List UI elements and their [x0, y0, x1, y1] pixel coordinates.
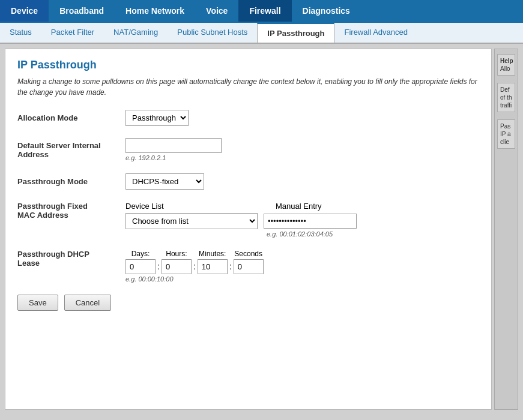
page-layout: IP Passthrough Making a change to some p… — [0, 44, 523, 415]
minutes-seconds-separator: : — [228, 253, 234, 271]
mac-inputs: Choose from list — [125, 213, 479, 229]
days-hours-separator: : — [156, 253, 162, 271]
days-label: Days: — [132, 250, 150, 258]
nav-home-network[interactable]: Home Network — [115, 0, 195, 22]
subnav-ip-passthrough[interactable]: IP Passthrough — [257, 23, 334, 43]
allocation-mode-wrap: Passthrough Not Routed Route — [125, 110, 479, 126]
save-button[interactable]: Save — [17, 295, 58, 311]
sidebar-ip-text: IP a — [500, 130, 512, 138]
sidebar-of-text: of th — [500, 94, 512, 101]
minutes-input[interactable] — [198, 259, 228, 274]
default-server-hint: e.g. 192.0.2.1 — [125, 154, 479, 161]
sidebar-cli-text: clie — [500, 138, 512, 146]
days-unit: Days: — [125, 250, 156, 274]
lease-hint: e.g. 00:00:10:00 — [125, 275, 174, 283]
seconds-unit: Seconds — [234, 250, 264, 274]
sidebar-help-block-3: Pas IP a clie — [497, 119, 515, 149]
subnav-packet-filter[interactable]: Packet Filter — [41, 23, 104, 43]
default-server-label: Default Server Internal Address — [17, 141, 125, 159]
mac-headers: Device List Manual Entry — [125, 202, 479, 211]
nav-device[interactable]: Device — [0, 0, 49, 22]
passthrough-mode-row: Passthrough Mode DHCPS-fixed DHCPS-dynam… — [17, 173, 479, 190]
right-sidebar: Help Allo Def of th traffi Pas IP a clie — [494, 49, 518, 410]
page-description: Making a change to some pulldowns on thi… — [17, 76, 479, 98]
passthrough-mac-label: Passthrough Fixed MAC Address — [17, 202, 125, 220]
minutes-label: Minutes: — [199, 250, 226, 258]
allocation-mode-select[interactable]: Passthrough Not Routed Route — [125, 110, 189, 126]
mac-hint: e.g. 00:01:02:03:04:05 — [267, 230, 479, 238]
default-server-wrap: e.g. 192.0.2.1 — [125, 138, 479, 161]
sidebar-help-title: Help — [500, 57, 512, 65]
device-list-select[interactable]: Choose from list — [125, 213, 258, 229]
sub-nav: Status Packet Filter NAT/Gaming Public S… — [0, 23, 523, 44]
dhcp-lease-row: Passthrough DHCP Lease Days: : Hours: : — [17, 250, 479, 283]
passthrough-mode-wrap: DHCPS-fixed DHCPS-dynamic Off — [125, 173, 479, 190]
default-server-input[interactable] — [125, 138, 222, 153]
mac-manual-input[interactable] — [264, 214, 357, 229]
subnav-public-subnet[interactable]: Public Subnet Hosts — [168, 23, 257, 43]
allocation-mode-row: Allocation Mode Passthrough Not Routed R… — [17, 110, 479, 126]
hours-unit: Hours: — [162, 250, 192, 274]
sidebar-help-block-2: Def of th traffi — [497, 83, 515, 112]
passthrough-mac-row: Passthrough Fixed MAC Address Device Lis… — [17, 202, 479, 238]
allocation-mode-label: Allocation Mode — [17, 113, 125, 122]
passthrough-mode-select[interactable]: DHCPS-fixed DHCPS-dynamic Off — [125, 173, 204, 190]
nav-firewall[interactable]: Firewall — [238, 0, 291, 22]
device-list-header: Device List — [125, 202, 264, 211]
nav-diagnostics[interactable]: Diagnostics — [292, 0, 361, 22]
sidebar-help-block-1: Help Allo — [497, 54, 515, 76]
button-row: Save Cancel — [17, 295, 479, 311]
sidebar-pas-text: Pas — [500, 122, 512, 130]
dhcp-lease-label: Passthrough DHCP Lease — [17, 250, 125, 268]
seconds-input[interactable] — [234, 259, 264, 274]
page-title: IP Passthrough — [17, 59, 479, 71]
minutes-unit: Minutes: — [198, 250, 228, 274]
sidebar-alloc-text: Allo — [500, 65, 512, 73]
passthrough-mode-label: Passthrough Mode — [17, 177, 125, 186]
nav-voice[interactable]: Voice — [195, 0, 238, 22]
lease-time-row: Days: : Hours: : Minutes: : S — [125, 250, 264, 274]
hours-input[interactable] — [162, 259, 192, 274]
sidebar-traffic-text: traffi — [500, 101, 512, 109]
seconds-label: Seconds — [234, 250, 262, 258]
default-server-row: Default Server Internal Address e.g. 192… — [17, 138, 479, 161]
hours-label: Hours: — [166, 250, 187, 258]
top-nav: Device Broadband Home Network Voice Fire… — [0, 0, 523, 23]
sidebar-def-text: Def — [500, 86, 512, 94]
nav-broadband[interactable]: Broadband — [49, 0, 115, 22]
days-input[interactable] — [125, 259, 156, 274]
main-content: IP Passthrough Making a change to some p… — [5, 49, 492, 410]
manual-entry-header: Manual Entry — [276, 202, 322, 211]
hours-minutes-separator: : — [192, 253, 198, 271]
subnav-status[interactable]: Status — [0, 23, 41, 43]
subnav-nat-gaming[interactable]: NAT/Gaming — [104, 23, 168, 43]
cancel-button[interactable]: Cancel — [64, 295, 111, 311]
passthrough-mac-wrap: Device List Manual Entry Choose from lis… — [125, 202, 479, 238]
subnav-firewall-advanced[interactable]: Firewall Advanced — [334, 23, 417, 43]
dhcp-lease-wrap: Days: : Hours: : Minutes: : S — [125, 250, 479, 283]
